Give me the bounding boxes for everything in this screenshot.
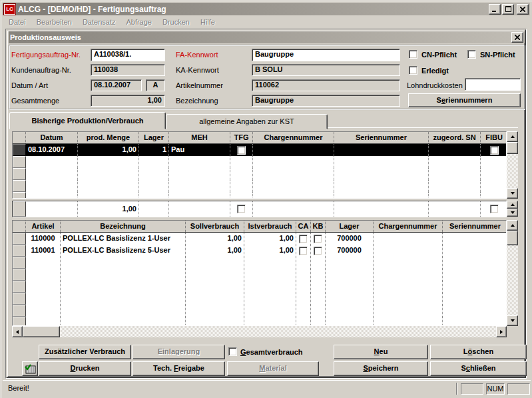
minimize-button[interactable] bbox=[489, 4, 501, 15]
table-row-empty bbox=[13, 192, 506, 199]
window-title: ALCG - [DEMO/HD] - Fertigungsauftrag bbox=[18, 5, 487, 14]
scroll-up-button[interactable] bbox=[507, 220, 518, 231]
tech-freigabe-button[interactable]: Tech. Freigabe bbox=[133, 361, 225, 376]
scroll-down-button[interactable] bbox=[507, 315, 518, 326]
spin-up-button[interactable] bbox=[507, 201, 518, 209]
lohndruckkosten-field[interactable] bbox=[465, 78, 521, 91]
app-icon[interactable]: LC bbox=[4, 4, 15, 15]
cell-seriennummer bbox=[443, 233, 507, 245]
cell-lager: 700000 bbox=[326, 233, 374, 245]
gesamtverbrauch-checkbox[interactable] bbox=[228, 347, 237, 356]
cn-pflicht-checkbox[interactable] bbox=[409, 50, 417, 59]
fibu-sum-checkbox[interactable] bbox=[490, 205, 499, 213]
menu-drucken[interactable]: Drucken bbox=[157, 16, 195, 29]
cell-istverbrauch: 1,00 bbox=[244, 245, 296, 257]
tfg-checkbox[interactable] bbox=[237, 146, 246, 155]
grid-report-button[interactable] bbox=[22, 361, 38, 376]
fa-nr-field[interactable]: A110038/1. bbox=[91, 49, 165, 61]
row-header-corner bbox=[13, 221, 26, 232]
scroll-down-button[interactable] bbox=[507, 188, 518, 199]
cell-chargennummer bbox=[374, 233, 443, 245]
ka-kennwort-field: B SOLU bbox=[252, 64, 400, 76]
table-row-empty bbox=[13, 257, 506, 269]
maximize-button[interactable] bbox=[502, 4, 514, 15]
scroll-thumb[interactable] bbox=[23, 326, 60, 337]
sum-tfg bbox=[230, 201, 253, 217]
col-sollverbrauch: Sollverbrauch bbox=[186, 221, 244, 232]
scroll-track[interactable] bbox=[507, 231, 518, 315]
panel-close-button[interactable] bbox=[511, 32, 523, 43]
row-selector[interactable] bbox=[13, 144, 26, 156]
arrow-right-icon bbox=[500, 330, 503, 334]
ca-checkbox[interactable] bbox=[299, 247, 308, 255]
menu-abfrage[interactable]: Abfrage bbox=[121, 16, 157, 29]
table-row-empty bbox=[13, 293, 506, 305]
loeschen-button[interactable]: Löschen bbox=[430, 345, 527, 359]
close-button[interactable] bbox=[517, 4, 529, 15]
table-row[interactable]: 110001 POLLEX-LC Basislizenz 5-User 1,00… bbox=[13, 245, 506, 257]
fibu-checkbox[interactable] bbox=[490, 146, 499, 155]
neu-button[interactable]: Neu bbox=[334, 345, 428, 359]
status-message: Bereit! bbox=[8, 384, 29, 392]
minimize-icon bbox=[492, 7, 497, 12]
cell-zugeord-sn bbox=[429, 144, 481, 156]
ca-checkbox[interactable] bbox=[299, 235, 308, 243]
artikelnummer-label: Artikelnummer bbox=[176, 81, 223, 90]
sn-pflicht-checkbox[interactable] bbox=[467, 50, 476, 59]
table-row-empty bbox=[13, 305, 506, 317]
table-row-selected[interactable]: 08.10.2007 1,00 1 Pau bbox=[13, 144, 506, 156]
menu-datei[interactable]: Datei bbox=[3, 16, 31, 29]
cell-datum: 08.10.2007 bbox=[26, 144, 78, 156]
panel-caption: Produktionsausweis bbox=[9, 31, 525, 43]
tfg-sum-checkbox[interactable] bbox=[237, 205, 246, 213]
material-table-hscrollbar[interactable] bbox=[12, 326, 507, 337]
menu-bearbeiten[interactable]: Bearbeiten bbox=[31, 16, 77, 29]
cell-kb bbox=[311, 245, 326, 257]
col-tfg: TFG bbox=[230, 132, 253, 143]
scroll-track[interactable] bbox=[23, 326, 496, 337]
spin-down-button[interactable] bbox=[507, 209, 518, 217]
arrow-down-icon bbox=[511, 319, 515, 322]
scroll-track[interactable] bbox=[507, 142, 518, 188]
material-button: Material bbox=[227, 361, 319, 376]
seriennummern-button[interactable]: Seriennummern bbox=[408, 93, 521, 107]
scroll-thumb[interactable] bbox=[507, 231, 518, 245]
tab-allgemeine-angaben[interactable]: allgemeine Angaben zur KST bbox=[166, 114, 328, 129]
drucken-button[interactable]: Drucken bbox=[39, 361, 131, 376]
tab-bisherige-produktion[interactable]: Bisherige Produktion/Verbrauch bbox=[9, 112, 166, 129]
cell-sollverbrauch: 1,00 bbox=[186, 245, 244, 257]
erledigt-checkbox[interactable] bbox=[409, 66, 417, 75]
schliessen-button[interactable]: Schließen bbox=[430, 361, 527, 376]
status-panel bbox=[461, 383, 483, 395]
kb-checkbox[interactable] bbox=[314, 235, 322, 243]
scroll-up-button[interactable] bbox=[507, 131, 518, 142]
scroll-left-button[interactable] bbox=[12, 326, 23, 337]
cell-bezeichnung: POLLEX-LC Basislizenz 5-User bbox=[61, 245, 186, 257]
row-header bbox=[13, 201, 26, 217]
kb-checkbox[interactable] bbox=[314, 247, 322, 255]
table-row-empty bbox=[13, 317, 506, 326]
cell-seriennummer bbox=[443, 245, 507, 257]
col-kb: KB bbox=[311, 221, 326, 232]
close-icon bbox=[520, 7, 525, 12]
cell-fibu bbox=[481, 144, 507, 156]
row-selector[interactable] bbox=[13, 245, 26, 257]
menu-hilfe[interactable]: Hilfe bbox=[195, 16, 220, 29]
arrow-up-icon bbox=[511, 224, 515, 227]
cell-chargennummer bbox=[374, 245, 443, 257]
col-seriennummer: Seriennummer bbox=[334, 132, 429, 143]
cell-menge: 1,00 bbox=[78, 144, 139, 156]
speichern-button[interactable]: Speichern bbox=[334, 361, 428, 376]
scroll-thumb[interactable] bbox=[507, 142, 518, 154]
production-table-vscrollbar[interactable] bbox=[507, 131, 518, 199]
menu-datensatz[interactable]: Datensatz bbox=[77, 16, 121, 29]
material-table-header: Artikel Bezeichnung Sollverbrauch Istver… bbox=[13, 221, 506, 233]
table-row[interactable]: 110000 POLLEX-LC Basislizenz 1-User 1,00… bbox=[13, 233, 506, 245]
row-selector[interactable] bbox=[13, 233, 26, 245]
sum-row-spinner[interactable] bbox=[507, 201, 518, 217]
scroll-right-button[interactable] bbox=[496, 326, 507, 337]
ka-kennwort-label: KA-Kennwort bbox=[176, 66, 219, 75]
fa-kennwort-field[interactable]: Baugruppe bbox=[252, 49, 400, 61]
zusaetzlicher-verbrauch-button[interactable]: Zusätzlicher Verbrauch bbox=[39, 345, 131, 359]
material-table-vscrollbar[interactable] bbox=[507, 220, 518, 326]
